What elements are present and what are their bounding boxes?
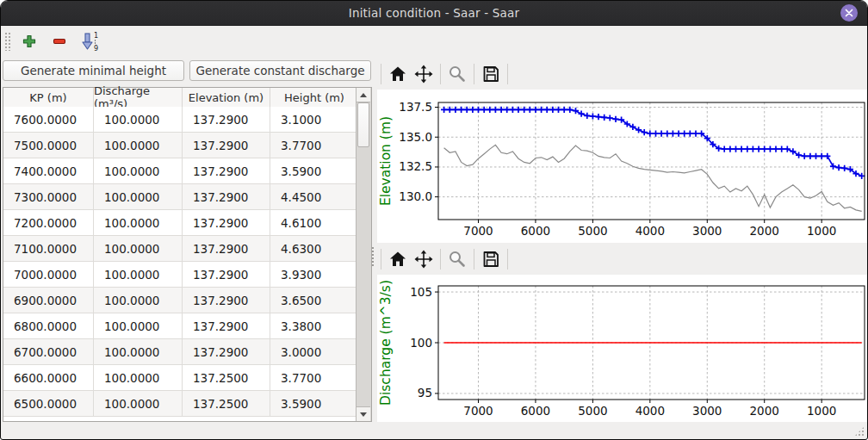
- table-cell[interactable]: 100.0000: [94, 313, 183, 338]
- table-cell[interactable]: 7200.0000: [3, 210, 94, 235]
- table-cell[interactable]: 7100.0000: [3, 236, 94, 261]
- table-row[interactable]: 7300.0000100.0000137.29004.4500: [3, 184, 358, 210]
- scroll-down-button[interactable]: [356, 406, 370, 421]
- table-row[interactable]: 7400.0000100.0000137.29003.5900: [3, 158, 358, 184]
- table-cell[interactable]: 100.0000: [94, 365, 183, 390]
- table-row[interactable]: 6800.0000100.0000137.29003.3800: [3, 313, 358, 339]
- table-cell[interactable]: 6800.0000: [3, 313, 94, 338]
- table-cell[interactable]: 100.0000: [94, 236, 183, 261]
- table-cell[interactable]: 7000.0000: [3, 262, 94, 287]
- table-cell[interactable]: 3.7700: [270, 133, 358, 158]
- table-cell[interactable]: 6700.0000: [3, 339, 94, 364]
- y-tick-label: 100: [410, 336, 432, 350]
- table-cell[interactable]: 137.2900: [183, 339, 270, 364]
- y-tick-label: 132.5: [399, 159, 432, 173]
- titlebar[interactable]: Initial condition - Saar - Saar: [1, 1, 867, 26]
- resize-grip[interactable]: [854, 426, 865, 437]
- scroll-up-button[interactable]: [356, 88, 370, 102]
- table-row[interactable]: 7500.0000100.0000137.29003.7700: [3, 133, 358, 158]
- y-tick-label: 95: [418, 386, 432, 400]
- table-cell[interactable]: 137.2900: [183, 288, 270, 313]
- table-cell[interactable]: 137.2500: [183, 391, 270, 416]
- toolbar-separator: [474, 249, 474, 270]
- table-row[interactable]: 7100.0000100.0000137.29004.6300: [3, 236, 358, 262]
- table-row[interactable]: 7000.0000100.0000137.29003.9300: [3, 262, 358, 288]
- table-cell[interactable]: 7400.0000: [3, 158, 94, 183]
- table-cell[interactable]: 3.3800: [270, 313, 358, 338]
- table-scrollbar[interactable]: [356, 88, 371, 421]
- table-row[interactable]: 6600.0000100.0000137.25003.7700: [3, 365, 358, 391]
- table-cell[interactable]: 100.0000: [94, 262, 183, 287]
- table-cell[interactable]: 4.6100: [270, 210, 358, 235]
- table-cell[interactable]: 137.2900: [183, 262, 270, 287]
- table-cell[interactable]: 4.6300: [270, 236, 358, 261]
- column-header-discharge[interactable]: Discharge (m³/s): [94, 88, 183, 107]
- table-cell[interactable]: 100.0000: [94, 391, 183, 416]
- generate-constant-discharge-button[interactable]: Generate constant discharge: [189, 60, 371, 81]
- home-button[interactable]: [385, 61, 411, 87]
- zoom-button[interactable]: [444, 246, 470, 272]
- table-cell[interactable]: 6900.0000: [3, 288, 94, 313]
- table-cell[interactable]: 6500.0000: [3, 391, 94, 416]
- toolbar-grip[interactable]: [4, 32, 10, 51]
- column-header-height[interactable]: Height (m): [270, 88, 358, 107]
- x-tick-label: 2000: [750, 224, 779, 238]
- table-row[interactable]: 6500.0000100.0000137.25003.5900: [3, 391, 358, 417]
- table-cell[interactable]: 100.0000: [94, 107, 183, 132]
- table-cell[interactable]: 100.0000: [94, 210, 183, 235]
- table-cell[interactable]: 6600.0000: [3, 365, 94, 390]
- table-cell[interactable]: 7500.0000: [3, 133, 94, 158]
- table-cell[interactable]: 100.0000: [94, 184, 183, 209]
- table-cell[interactable]: 3.1000: [270, 107, 358, 132]
- save-button[interactable]: [478, 61, 504, 87]
- table-cell[interactable]: 137.2900: [183, 107, 270, 132]
- table-cell[interactable]: 7600.0000: [3, 107, 94, 132]
- panel-splitter-handle[interactable]: [371, 246, 375, 267]
- zoom-button[interactable]: [444, 61, 470, 87]
- elevation-chart-canvas[interactable]: 7000600050004000300020001000137.5135.013…: [377, 90, 867, 243]
- table-cell[interactable]: 4.4500: [270, 184, 358, 209]
- table-cell[interactable]: 3.5900: [270, 391, 358, 416]
- x-tick-label: 4000: [636, 404, 665, 418]
- table-cell[interactable]: 137.2900: [183, 184, 270, 209]
- table-cell[interactable]: 100.0000: [94, 288, 183, 313]
- table-cell[interactable]: 7300.0000: [3, 184, 94, 209]
- discharge-chart-canvas[interactable]: 700060005000400030002000100010510095Disc…: [377, 275, 867, 422]
- table-cell[interactable]: 3.9300: [270, 262, 358, 287]
- table-cell[interactable]: 100.0000: [94, 158, 183, 183]
- table-cell[interactable]: 137.2900: [183, 313, 270, 338]
- table-cell[interactable]: 137.2500: [183, 365, 270, 390]
- y-tick-label: 130.0: [399, 189, 432, 203]
- table-row[interactable]: 7600.0000100.0000137.29003.1000: [3, 107, 358, 133]
- sort-button[interactable]: 1 9: [78, 29, 102, 53]
- column-header-kp[interactable]: KP (m): [3, 88, 94, 107]
- add-row-button[interactable]: [17, 29, 41, 53]
- pan-button[interactable]: [411, 246, 437, 272]
- table-cell[interactable]: 100.0000: [94, 339, 183, 364]
- table-cell[interactable]: 100.0000: [94, 133, 183, 158]
- table-cell[interactable]: 137.2900: [183, 158, 270, 183]
- table-cell[interactable]: 137.2900: [183, 236, 270, 261]
- pan-button[interactable]: [411, 61, 437, 87]
- x-tick-label: 4000: [636, 224, 665, 238]
- column-header-elevation[interactable]: Elevation (m): [183, 88, 270, 107]
- table-row[interactable]: 6700.0000100.0000137.29003.0000: [3, 339, 358, 365]
- table-body: 7600.0000100.0000137.29003.10007500.0000…: [3, 107, 358, 421]
- table-cell[interactable]: 137.2900: [183, 133, 270, 158]
- table-row[interactable]: 7200.0000100.0000137.29004.6100: [3, 210, 358, 236]
- close-button[interactable]: [840, 4, 858, 22]
- table-cell[interactable]: 3.5900: [270, 158, 358, 183]
- save-icon: [481, 65, 500, 84]
- generate-minimal-height-button[interactable]: Generate minimal height: [3, 60, 184, 81]
- table-cell[interactable]: 3.0000: [270, 339, 358, 364]
- x-tick-label: 3000: [692, 404, 722, 418]
- remove-row-button[interactable]: [47, 29, 71, 53]
- table-cell[interactable]: 3.7700: [270, 365, 358, 390]
- table-cell[interactable]: 3.6500: [270, 288, 358, 313]
- table-cell[interactable]: 137.2900: [183, 210, 270, 235]
- table-row[interactable]: 6900.0000100.0000137.29003.6500: [3, 288, 358, 313]
- y-axis-label: Discharge (m^3/s): [378, 280, 394, 406]
- scrollbar-thumb[interactable]: [357, 102, 369, 147]
- save-button[interactable]: [478, 246, 504, 272]
- home-button[interactable]: [385, 246, 411, 272]
